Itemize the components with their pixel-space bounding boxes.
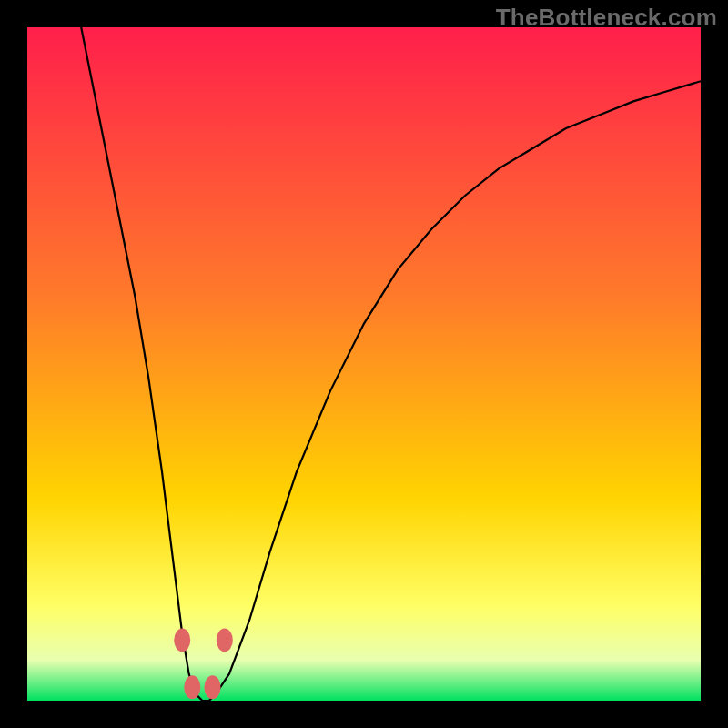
curve-marker: [205, 675, 221, 699]
curve-marker: [174, 628, 190, 652]
curve-marker: [184, 675, 200, 699]
chart-background: [27, 27, 701, 701]
watermark-text: TheBottleneck.com: [496, 4, 717, 32]
chart-svg: [27, 27, 701, 701]
curve-marker: [217, 628, 233, 652]
chart-plot-area: [27, 27, 701, 701]
chart-frame: TheBottleneck.com: [0, 0, 728, 728]
